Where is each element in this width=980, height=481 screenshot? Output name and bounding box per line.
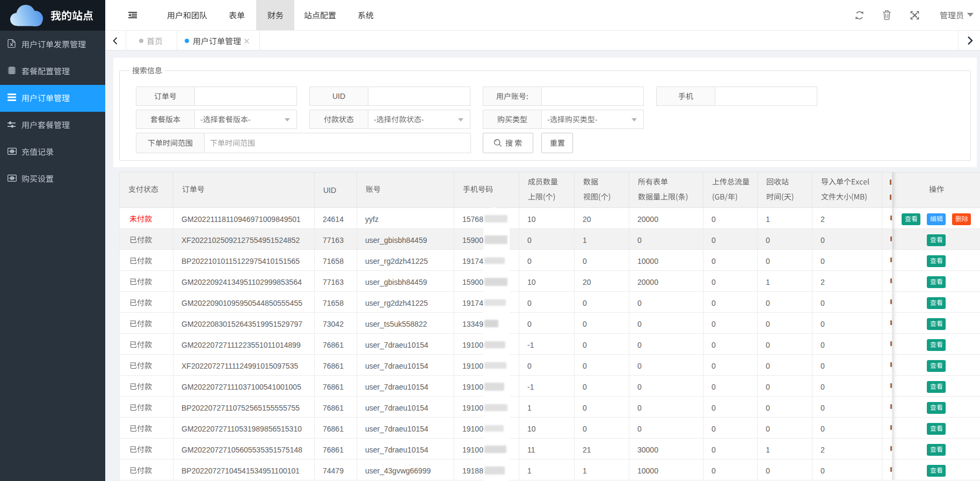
svg-text:1: 1 (11, 149, 13, 153)
svg-text:1: 1 (11, 176, 13, 180)
